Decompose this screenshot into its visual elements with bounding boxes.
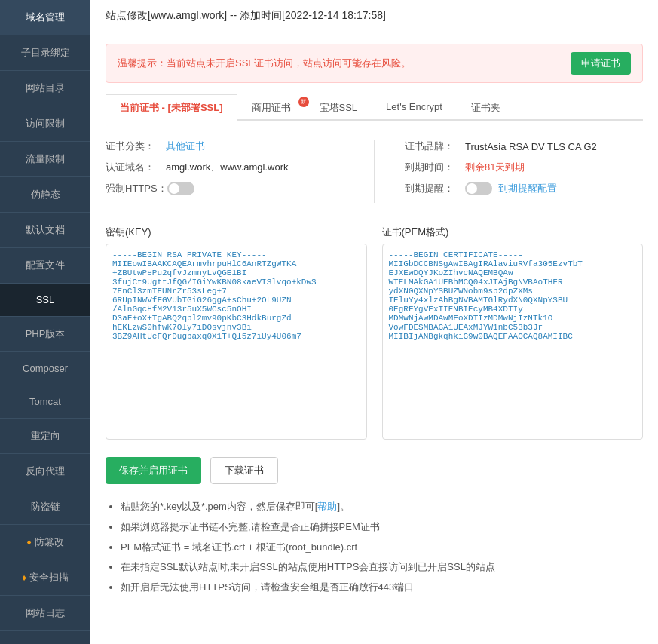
tip-2: 如果浏览器提示证书链不完整,请检查是否正确拼接PEM证书 (121, 520, 643, 535)
tab-current-label: 当前证书 - [未部署SSL] (120, 102, 223, 113)
info-row-brand: 证书品牌： TrustAsia RSA DV TLS CA G2 (405, 140, 643, 153)
expire-value: 剩余81天到期 (465, 161, 525, 174)
info-row-remind: 到期提醒： 到期提醒配置 (405, 182, 643, 195)
sidebar-label-sitedir: 网站目录 (26, 82, 65, 94)
main-content: 站点修改[www.amgl.work] -- 添加时间[2022-12-14 1… (90, 0, 658, 644)
sidebar-item-hotlink[interactable]: 防盗链 (0, 489, 90, 525)
info-divider (374, 140, 375, 203)
sidebar-item-log[interactable]: 网站日志 (0, 596, 90, 631)
sidebar-item-subdir[interactable]: 子目录绑定 (0, 35, 90, 71)
sidebar-item-default[interactable]: 默认文档 (0, 213, 90, 248)
sidebar-item-composer[interactable]: Composer (0, 352, 90, 385)
tip-3-text: PEM格式证书 = 域名证书.crt + 根证书(root_bundle).cr… (121, 541, 357, 553)
category-label: 证书分类： (106, 140, 166, 153)
sidebar-label-tamper: 防篡改 (35, 535, 64, 549)
sidebar-item-access[interactable]: 访问限制 (0, 106, 90, 142)
sidebar-label-redirect: 重定向 (31, 430, 60, 441)
tab-certfolder-label: 证书夹 (471, 102, 500, 113)
tip-5-text: 如开启后无法使用HTTPS访问，请检查安全组是否正确放行443端口 (121, 581, 414, 593)
tab-certfolder[interactable]: 证书夹 (457, 94, 515, 121)
sidebar-label-proxy: 反向代理 (26, 465, 65, 477)
sidebar-label-default: 默认文档 (26, 224, 65, 235)
sidebar-item-domain[interactable]: 域名管理 (0, 0, 90, 35)
sidebar-item-tamper[interactable]: ♦ 防篡改 (0, 525, 90, 560)
cert-column: 证书(PEM格式) (382, 225, 644, 442)
tab-baota-label: 宝塔SSL (320, 102, 358, 113)
sidebar-label-config: 配置文件 (26, 259, 65, 271)
key-column: 密钥(KEY) (106, 225, 367, 442)
info-row-https: 强制HTTPS： (106, 182, 344, 195)
sidebar-label-tomcat: Tomcat (29, 396, 61, 407)
sidebar-label-subdir: 子目录绑定 (21, 47, 70, 58)
diamond-icon: ♦ (26, 537, 31, 547)
https-toggle[interactable] (167, 182, 194, 195)
tab-commercial[interactable]: 商用证书 新 (237, 94, 305, 121)
info-row-category: 证书分类： 其他证书 (106, 140, 344, 153)
key-cert-section: 密钥(KEY) 证书(PEM格式) (106, 225, 643, 442)
key-textarea[interactable] (106, 244, 367, 440)
sidebar-label-traffic: 流量限制 (26, 153, 65, 164)
brand-label: 证书品牌： (405, 140, 465, 153)
sidebar-label-access: 访问限制 (26, 118, 65, 129)
sidebar-item-tomcat[interactable]: Tomcat (0, 385, 90, 419)
remind-toggle[interactable] (465, 182, 492, 195)
https-label: 强制HTTPS： (106, 182, 167, 195)
info-right: 证书品牌： TrustAsia RSA DV TLS CA G2 到期时间： 剩… (405, 140, 643, 203)
tab-letsencrypt-label: Let's Encrypt (386, 101, 442, 112)
remind-config-link[interactable]: 到期提醒配置 (498, 182, 557, 195)
warning-text: 温馨提示：当前站点未开启SSL证书访问，站点访问可能存在风险。 (118, 57, 411, 70)
sidebar-label-log: 网站日志 (26, 607, 65, 618)
cert-label: 证书(PEM格式) (382, 225, 644, 239)
tab-baota[interactable]: 宝塔SSL (305, 94, 372, 121)
expire-label: 到期时间： (405, 161, 465, 174)
apply-cert-button[interactable]: 申请证书 (571, 52, 631, 75)
category-value[interactable]: 其他证书 (166, 140, 205, 153)
domain-label: 认证域名： (106, 161, 166, 174)
key-label: 密钥(KEY) (106, 225, 367, 239)
tip-5: 如开启后无法使用HTTPS访问，请检查安全组是否正确放行443端口 (121, 580, 643, 596)
sidebar-label-scan: 安全扫描 (29, 571, 69, 584)
sidebar-item-config[interactable]: 配置文件 (0, 248, 90, 284)
sidebar-label-hotlink: 防盗链 (31, 501, 60, 512)
sidebar-item-proxy[interactable]: 反向代理 (0, 454, 90, 489)
tip-4: 在未指定SSL默认站点时,未开启SSL的站点使用HTTPS会直接访问到已开启SS… (121, 560, 643, 575)
sidebar-item-sitedir[interactable]: 网站目录 (0, 71, 90, 106)
action-buttons: 保存并启用证书 下载证书 (106, 457, 643, 484)
sidebar-item-redirect[interactable]: 重定向 (0, 419, 90, 454)
info-section: 证书分类： 其他证书 认证域名： amgl.work、www.amgl.work… (106, 132, 643, 210)
tip-3: PEM格式证书 = 域名证书.crt + 根证书(root_bundle).cr… (121, 540, 643, 556)
brand-value: TrustAsia RSA DV TLS CA G2 (465, 141, 597, 152)
sidebar-item-static[interactable]: 伪静态 (0, 177, 90, 213)
sidebar-item-scan[interactable]: ♦ 安全扫描 (0, 560, 90, 596)
sidebar-item-php[interactable]: PHP版本 (0, 317, 90, 352)
cert-textarea[interactable] (382, 244, 644, 440)
save-button[interactable]: 保存并启用证书 (106, 457, 201, 484)
info-row-expire: 到期时间： 剩余81天到期 (405, 161, 643, 174)
sidebar-label-static: 伪静态 (31, 189, 60, 200)
tip-2-text: 如果浏览器提示证书链不完整,请检查是否正确拼接PEM证书 (121, 521, 380, 532)
sidebar-label-ssl: SSL (36, 294, 55, 305)
remind-label: 到期提醒： (405, 182, 465, 195)
diamond-icon-2: ♦ (22, 572, 26, 583)
download-button[interactable]: 下载证书 (210, 457, 278, 484)
tab-commercial-label: 商用证书 (252, 102, 291, 113)
sidebar-item-ssl[interactable]: SSL (0, 284, 90, 317)
help-link[interactable]: 帮助 (317, 501, 337, 512)
sidebar-label-php: PHP版本 (26, 328, 66, 339)
sidebar-label-composer: Composer (23, 363, 68, 374)
tip-4-text: 在未指定SSL默认站点时,未开启SSL的站点使用HTTPS会直接访问到已开启SS… (121, 561, 495, 572)
info-left: 证书分类： 其他证书 认证域名： amgl.work、www.amgl.work… (106, 140, 344, 203)
tips-list: 粘贴您的*.key以及*.pem内容，然后保存即可[帮助]。 如果浏览器提示证书… (106, 499, 643, 596)
sidebar: 域名管理 子目录绑定 网站目录 访问限制 流量限制 伪静态 默认文档 配置文件 … (0, 0, 90, 644)
tab-current[interactable]: 当前证书 - [未部署SSL] (106, 94, 237, 121)
content-area: 温馨提示：当前站点未开启SSL证书访问，站点访问可能存在风险。 申请证书 当前证… (90, 32, 658, 612)
warning-bar: 温馨提示：当前站点未开启SSL证书访问，站点访问可能存在风险。 申请证书 (106, 44, 643, 83)
tip-1: 粘贴您的*.key以及*.pem内容，然后保存即可[帮助]。 (121, 499, 643, 515)
tab-letsencrypt[interactable]: Let's Encrypt (372, 94, 457, 121)
domain-value: amgl.work、www.amgl.work (166, 161, 289, 174)
sidebar-label-domain: 域名管理 (26, 11, 65, 23)
page-title: 站点修改[www.amgl.work] -- 添加时间[2022-12-14 1… (90, 0, 658, 32)
sidebar-item-traffic[interactable]: 流量限制 (0, 142, 90, 177)
tabs-container: 当前证书 - [未部署SSL] 商用证书 新 宝塔SSL Let's Encry… (106, 94, 643, 121)
info-row-domain: 认证域名： amgl.work、www.amgl.work (106, 161, 344, 174)
